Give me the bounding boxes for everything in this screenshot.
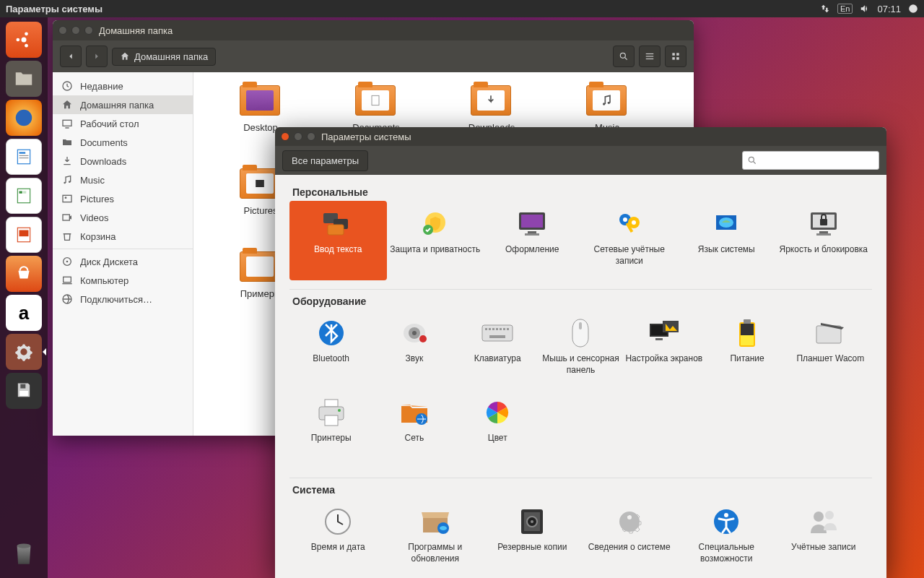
sidebar-item-pictures[interactable]: Pictures xyxy=(53,189,193,208)
sidebar-item-computer[interactable]: Компьютер xyxy=(53,271,193,290)
forward-button[interactable] xyxy=(86,46,108,67)
settings-item-label: Планшет Wacom xyxy=(796,353,864,365)
svg-rect-68 xyxy=(485,328,487,330)
printer-icon xyxy=(314,395,349,430)
clock[interactable]: 07:11 xyxy=(877,4,901,14)
svg-point-54 xyxy=(632,220,636,225)
sidebar-item-label: Корзина xyxy=(80,231,116,242)
settings-titlebar[interactable]: Параметры системы xyxy=(275,127,886,146)
clock-sys-icon xyxy=(321,504,355,539)
sound-indicator-icon[interactable] xyxy=(860,4,870,14)
settings-item-printer[interactable]: Принтеры xyxy=(289,389,372,469)
sidebar-item-disk[interactable]: Диск Дискета xyxy=(53,252,193,271)
settings-item-shield[interactable]: Защита и приватность xyxy=(387,201,484,280)
svg-rect-67 xyxy=(482,325,513,341)
sidebar-item-label: Подключиться… xyxy=(80,294,152,305)
sidebar-item-folder[interactable]: Documents xyxy=(53,133,193,152)
svg-point-1 xyxy=(17,38,20,42)
settings-item-lock[interactable]: Яркость и блокировка xyxy=(775,201,873,280)
svg-rect-70 xyxy=(492,328,494,330)
settings-item-accessibility[interactable]: Специальные возможности xyxy=(678,499,775,578)
sidebar-item-video[interactable]: Videos xyxy=(53,208,193,227)
files-minimize-icon[interactable] xyxy=(71,26,80,35)
keyboard-indicator[interactable]: En xyxy=(837,4,853,14)
launcher-floppy[interactable] xyxy=(6,373,42,409)
settings-item-keyboard-hw[interactable]: Клавиатура xyxy=(456,310,539,389)
svg-rect-48 xyxy=(528,231,536,233)
settings-item-users[interactable]: Учётные записи xyxy=(775,499,873,578)
settings-item-battery[interactable]: Питание xyxy=(705,310,788,389)
settings-item-color[interactable]: Цвет xyxy=(456,389,539,469)
list-view-button[interactable] xyxy=(639,46,661,67)
settings-item-box[interactable]: Программы и обновления xyxy=(387,499,484,578)
sidebar-item-download[interactable]: Downloads xyxy=(53,152,193,171)
settings-item-safe[interactable]: Резервные копии xyxy=(484,499,581,578)
path-bar[interactable]: Домашняя папка xyxy=(112,48,216,66)
search-button[interactable] xyxy=(613,46,635,67)
svg-rect-21 xyxy=(672,53,675,56)
launcher-software[interactable] xyxy=(6,256,42,292)
settings-item-speaker[interactable]: Звук xyxy=(372,310,456,389)
settings-item-bluetooth[interactable]: Bluetooth xyxy=(289,310,372,389)
svg-rect-61 xyxy=(816,233,831,236)
settings-maximize-icon[interactable] xyxy=(307,132,315,141)
launcher-dash[interactable] xyxy=(6,22,42,58)
flag-icon xyxy=(709,207,744,241)
launcher-trash[interactable] xyxy=(6,535,42,571)
settings-item-gear-info[interactable]: Сведения о системе xyxy=(581,499,679,578)
network-folder-icon xyxy=(397,395,432,430)
sidebar-item-trash[interactable]: Корзина xyxy=(53,227,193,246)
back-button[interactable] xyxy=(60,46,82,67)
svg-point-37 xyxy=(603,103,605,105)
svg-rect-11 xyxy=(23,191,26,194)
sidebar-item-home[interactable]: Домашняя папка xyxy=(53,95,193,114)
svg-point-4 xyxy=(16,110,32,126)
settings-search-input[interactable] xyxy=(760,155,874,165)
section-title: Система xyxy=(292,484,872,496)
settings-item-mouse[interactable]: Мышь и сенсорная панель xyxy=(539,310,622,389)
launcher-calc[interactable] xyxy=(6,178,42,214)
all-parameters-button[interactable]: Все параметры xyxy=(282,150,368,171)
sidebar-item-desktop[interactable]: Рабочий стол xyxy=(53,114,193,133)
svg-rect-34 xyxy=(64,277,71,282)
tablet-icon xyxy=(813,316,847,350)
settings-search[interactable] xyxy=(742,151,879,170)
grid-view-button[interactable] xyxy=(665,46,687,67)
settings-item-display-purple[interactable]: Оформление xyxy=(484,201,581,280)
launcher-files[interactable] xyxy=(6,61,42,97)
sidebar-item-clock[interactable]: Недавние xyxy=(53,77,193,95)
launcher-writer[interactable] xyxy=(6,139,42,175)
settings-minimize-icon[interactable] xyxy=(294,132,302,141)
svg-rect-39 xyxy=(256,180,264,187)
settings-item-keys[interactable]: Сетевые учётные записи xyxy=(581,201,679,280)
settings-item-label: Время и дата xyxy=(311,542,365,553)
files-close-icon[interactable] xyxy=(58,26,67,35)
settings-item-label: Звук xyxy=(406,353,424,365)
svg-point-17 xyxy=(620,53,625,58)
settings-window-title: Параметры системы xyxy=(321,131,411,142)
svg-rect-24 xyxy=(676,57,679,60)
settings-item-network-folder[interactable]: Сеть xyxy=(372,389,456,469)
settings-item-tablet[interactable]: Планшет Wacom xyxy=(789,310,872,389)
settings-item-screens[interactable]: Настройка экранов xyxy=(622,310,705,389)
session-indicator-icon[interactable] xyxy=(908,4,918,14)
launcher-amazon[interactable]: a xyxy=(6,295,42,331)
launcher-settings[interactable] xyxy=(6,334,42,370)
sidebar-item-network[interactable]: Подключиться… xyxy=(53,290,193,309)
files-titlebar[interactable]: Домашняя папка xyxy=(53,20,694,40)
settings-item-keyboard[interactable]: Ввод текста xyxy=(289,201,387,280)
files-maximize-icon[interactable] xyxy=(84,26,93,35)
settings-toolbar: Все параметры xyxy=(275,146,886,175)
settings-item-flag[interactable]: Язык системы xyxy=(678,201,775,280)
svg-rect-15 xyxy=(19,391,28,396)
settings-item-label: Резервные копии xyxy=(497,542,567,553)
svg-rect-71 xyxy=(496,328,498,330)
svg-rect-22 xyxy=(676,53,679,56)
svg-rect-19 xyxy=(646,56,654,56)
settings-close-icon[interactable] xyxy=(281,132,289,141)
sidebar-item-music[interactable]: Music xyxy=(53,171,193,189)
launcher-impress[interactable] xyxy=(6,217,42,253)
network-indicator-icon[interactable] xyxy=(820,4,830,14)
launcher-firefox[interactable] xyxy=(6,100,42,136)
settings-item-clock-sys[interactable]: Время и дата xyxy=(289,499,387,578)
